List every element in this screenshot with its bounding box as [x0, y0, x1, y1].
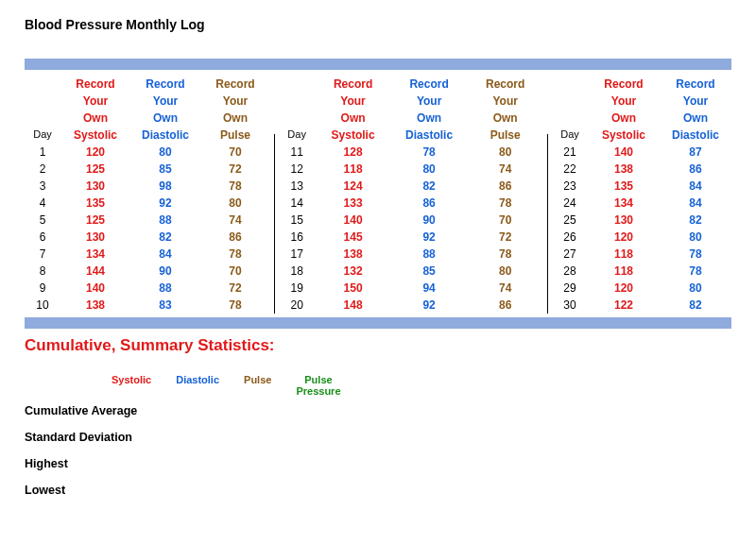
diastolic-cell: 78 [660, 263, 731, 280]
diastolic-cell: 92 [130, 195, 200, 212]
day-cell: 2 [25, 161, 60, 178]
page-title: Blood Pressure Monthly Log [25, 17, 731, 32]
table-row: 2513082 [552, 212, 731, 229]
pulse-cell: 70 [467, 212, 543, 229]
table-row: 2811878 [552, 263, 731, 280]
summary-column-headers: Systolic Diastolic Pulse PulsePressure [25, 374, 731, 397]
table-row: 2313584 [552, 178, 731, 195]
systolic-cell: 130 [60, 229, 130, 246]
diastolic-cell: 88 [130, 280, 200, 297]
pulse-cell: 74 [467, 280, 543, 297]
block-days-21-30: RecordRecord YourYour OwnOwn DaySystolic… [552, 76, 731, 314]
day-cell: 15 [279, 212, 315, 229]
day-cell: 26 [552, 229, 588, 246]
diastolic-cell: 86 [660, 161, 731, 178]
systolic-cell: 125 [60, 161, 130, 178]
systolic-cell: 135 [60, 195, 130, 212]
table-row: 171388878 [279, 246, 543, 263]
systolic-cell: 120 [60, 144, 130, 161]
day-cell: 9 [25, 280, 60, 297]
table-row: 3012282 [552, 297, 731, 314]
systolic-cell: 140 [588, 144, 660, 161]
diastolic-cell: 90 [130, 263, 200, 280]
table-row: 2711878 [552, 246, 731, 263]
day-cell: 24 [552, 195, 588, 212]
day-cell: 16 [279, 229, 315, 246]
day-cell: 20 [279, 297, 315, 314]
systolic-cell: 133 [315, 195, 391, 212]
table-row: 11208070 [25, 144, 270, 161]
table-row: 101388378 [25, 297, 270, 314]
pulse-cell: 74 [200, 212, 270, 229]
day-cell: 18 [279, 263, 315, 280]
diastolic-cell: 84 [660, 195, 731, 212]
diastolic-cell: 80 [391, 161, 468, 178]
pulse-cell: 78 [200, 178, 270, 195]
pulse-cell: 70 [200, 144, 270, 161]
bottom-blue-bar [25, 317, 731, 329]
day-cell: 7 [25, 246, 60, 263]
day-cell: 5 [25, 212, 60, 229]
systolic-cell: 135 [588, 178, 660, 195]
summary-col-pulse: Pulse [244, 374, 271, 397]
systolic-cell: 138 [588, 161, 660, 178]
table-row: 2413484 [552, 195, 731, 212]
systolic-cell: 134 [588, 195, 660, 212]
diastolic-cell: 80 [660, 229, 731, 246]
day-cell: 14 [279, 195, 315, 212]
diastolic-cell: 84 [130, 246, 200, 263]
systolic-cell: 120 [588, 229, 660, 246]
pulse-cell: 72 [467, 229, 543, 246]
stat-standard-deviation: Standard Deviation [25, 431, 731, 444]
diastolic-cell: 82 [130, 229, 200, 246]
diastolic-cell: 90 [391, 212, 468, 229]
diastolic-cell: 92 [391, 297, 468, 314]
day-cell: 21 [552, 144, 588, 161]
day-cell: 11 [279, 144, 315, 161]
day-cell: 8 [25, 263, 60, 280]
table-row: 191509474 [279, 280, 543, 297]
systolic-cell: 120 [588, 280, 660, 297]
separator-1 [274, 134, 275, 314]
stat-cumulative-average: Cumulative Average [25, 404, 731, 417]
systolic-cell: 134 [60, 246, 130, 263]
day-cell: 17 [279, 246, 315, 263]
table-row: 111287880 [279, 144, 543, 161]
systolic-cell: 132 [315, 263, 391, 280]
day-cell: 23 [552, 178, 588, 195]
systolic-cell: 124 [315, 178, 391, 195]
diastolic-cell: 92 [391, 229, 468, 246]
block3-header: RecordRecord YourYour OwnOwn DaySystolic… [552, 76, 731, 144]
block1-header: RecordRecordRecord YourYourYour OwnOwnOw… [25, 76, 270, 144]
table-row: 2912080 [552, 280, 731, 297]
table-row: 2213886 [552, 161, 731, 178]
systolic-cell: 140 [60, 280, 130, 297]
summary-col-diastolic: Diastolic [176, 374, 219, 397]
day-cell: 1 [25, 144, 60, 161]
table-row: 91408872 [25, 280, 270, 297]
pulse-cell: 78 [200, 246, 270, 263]
block-days-11-20: RecordRecordRecord YourYourYour OwnOwnOw… [279, 76, 543, 314]
table-row: 31309878 [25, 178, 270, 195]
diastolic-cell: 84 [660, 178, 731, 195]
day-cell: 12 [279, 161, 315, 178]
diastolic-cell: 80 [130, 144, 200, 161]
stat-lowest: Lowest [25, 484, 731, 497]
systolic-cell: 118 [588, 246, 660, 263]
diastolic-cell: 78 [391, 144, 468, 161]
table-row: 131248286 [279, 178, 543, 195]
table-row: 2114087 [552, 144, 731, 161]
table-row: 61308286 [25, 229, 270, 246]
pulse-cell: 86 [467, 178, 543, 195]
systolic-cell: 118 [315, 161, 391, 178]
day-cell: 29 [552, 280, 588, 297]
table-row: 21258572 [25, 161, 270, 178]
diastolic-cell: 78 [660, 246, 731, 263]
summary-col-pulse-pressure: PulsePressure [296, 374, 340, 397]
systolic-cell: 125 [60, 212, 130, 229]
systolic-cell: 122 [588, 297, 660, 314]
day-cell: 3 [25, 178, 60, 195]
diastolic-cell: 88 [391, 246, 468, 263]
day-cell: 13 [279, 178, 315, 195]
systolic-cell: 150 [315, 280, 391, 297]
